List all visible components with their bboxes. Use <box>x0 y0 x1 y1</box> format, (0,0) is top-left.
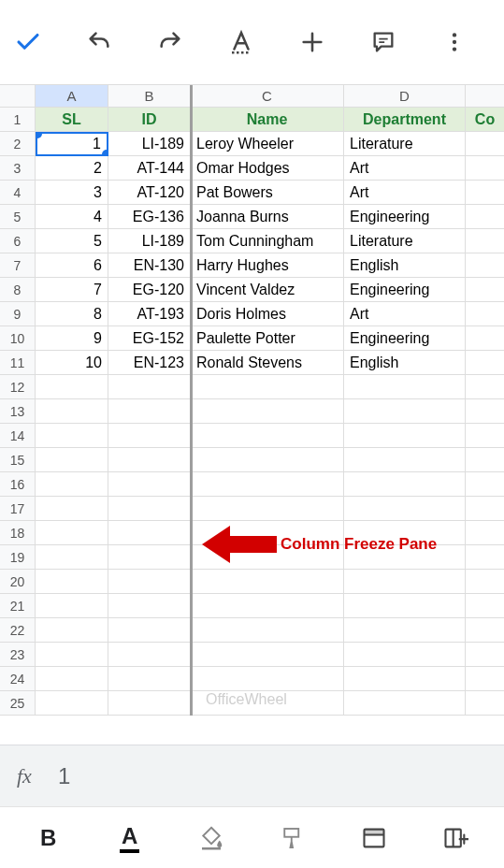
confirm-button[interactable] <box>11 25 45 59</box>
cell-name-3[interactable]: Omar Hodges <box>191 156 344 181</box>
empty-cell[interactable] <box>36 691 108 716</box>
cell-format-button[interactable] <box>272 817 313 859</box>
empty-cell[interactable] <box>36 643 108 667</box>
row-header-20[interactable]: 20 <box>0 570 36 594</box>
text-format-button[interactable] <box>224 25 258 59</box>
row-header-11[interactable]: 11 <box>0 351 36 375</box>
empty-cell[interactable] <box>344 618 466 643</box>
row-header-2[interactable]: 2 <box>0 132 36 156</box>
empty-cell[interactable] <box>191 643 344 667</box>
row-header-6[interactable]: 6 <box>0 229 36 253</box>
cell-sl-4[interactable]: 3 <box>36 181 108 205</box>
empty-cell[interactable] <box>191 618 344 643</box>
header-id[interactable]: ID <box>108 108 191 132</box>
empty-cell[interactable] <box>36 618 108 643</box>
freeze-button[interactable] <box>353 817 395 859</box>
empty-cell[interactable] <box>344 472 466 497</box>
header-department[interactable]: Department <box>344 108 466 132</box>
empty-cell[interactable] <box>466 643 504 667</box>
cell-id-4[interactable]: AT-120 <box>108 181 191 205</box>
cell-sl-2[interactable]: 1 <box>36 132 108 156</box>
empty-cell[interactable] <box>108 643 191 667</box>
cell-department-7[interactable]: English <box>344 253 466 278</box>
cell-department-4[interactable]: Art <box>344 181 466 205</box>
cell-id-2[interactable]: LI-189 <box>108 132 191 156</box>
fill-color-button[interactable] <box>191 817 232 859</box>
cell-partial-6[interactable] <box>466 229 504 253</box>
empty-cell[interactable] <box>466 594 504 618</box>
insert-column-button[interactable] <box>435 817 476 859</box>
cell-sl-10[interactable]: 9 <box>36 326 108 351</box>
empty-cell[interactable] <box>191 472 344 497</box>
cell-id-6[interactable]: LI-189 <box>108 229 191 253</box>
empty-cell[interactable] <box>344 448 466 472</box>
column-header-C[interactable]: C <box>191 85 344 108</box>
row-header-21[interactable]: 21 <box>0 594 36 618</box>
cell-department-6[interactable]: Literature <box>344 229 466 253</box>
empty-cell[interactable] <box>344 594 466 618</box>
cell-name-9[interactable]: Doris Holmes <box>191 302 344 326</box>
empty-cell[interactable] <box>108 472 191 497</box>
header-sl[interactable]: SL <box>36 108 108 132</box>
column-header-B[interactable]: B <box>108 85 191 108</box>
cell-department-3[interactable]: Art <box>344 156 466 181</box>
empty-cell[interactable] <box>344 570 466 594</box>
empty-cell[interactable] <box>466 667 504 691</box>
empty-cell[interactable] <box>36 594 108 618</box>
empty-cell[interactable] <box>344 375 466 399</box>
cell-sl-6[interactable]: 5 <box>36 229 108 253</box>
cell-id-11[interactable]: EN-123 <box>108 351 191 375</box>
cell-partial-2[interactable] <box>466 132 504 156</box>
row-header-7[interactable]: 7 <box>0 253 36 278</box>
empty-cell[interactable] <box>108 399 191 424</box>
row-header-10[interactable]: 10 <box>0 326 36 351</box>
empty-cell[interactable] <box>108 521 191 545</box>
insert-button[interactable] <box>295 25 329 59</box>
empty-cell[interactable] <box>36 545 108 570</box>
undo-button[interactable] <box>82 25 116 59</box>
empty-cell[interactable] <box>191 448 344 472</box>
row-header-12[interactable]: 12 <box>0 375 36 399</box>
row-header-14[interactable]: 14 <box>0 424 36 448</box>
empty-cell[interactable] <box>108 570 191 594</box>
row-header-23[interactable]: 23 <box>0 643 36 667</box>
cell-name-6[interactable]: Tom Cunningham <box>191 229 344 253</box>
cell-id-7[interactable]: EN-130 <box>108 253 191 278</box>
text-color-button[interactable]: A <box>109 817 151 859</box>
empty-cell[interactable] <box>108 448 191 472</box>
empty-cell[interactable] <box>36 521 108 545</box>
empty-cell[interactable] <box>36 399 108 424</box>
empty-cell[interactable] <box>191 497 344 521</box>
empty-cell[interactable] <box>36 424 108 448</box>
cell-department-5[interactable]: Engineering <box>344 205 466 229</box>
cell-sl-8[interactable]: 7 <box>36 278 108 302</box>
empty-cell[interactable] <box>191 570 344 594</box>
empty-cell[interactable] <box>108 594 191 618</box>
fx-value[interactable]: 1 <box>58 763 487 789</box>
row-header-18[interactable]: 18 <box>0 521 36 545</box>
cell-sl-11[interactable]: 10 <box>36 351 108 375</box>
empty-cell[interactable] <box>466 497 504 521</box>
comment-button[interactable] <box>367 25 400 59</box>
empty-cell[interactable] <box>344 497 466 521</box>
cell-department-9[interactable]: Art <box>344 302 466 326</box>
cell-partial-9[interactable] <box>466 302 504 326</box>
cell-name-2[interactable]: Leroy Wheeler <box>191 132 344 156</box>
header-partial[interactable]: Co <box>466 108 504 132</box>
empty-cell[interactable] <box>466 618 504 643</box>
cell-sl-5[interactable]: 4 <box>36 205 108 229</box>
bold-button[interactable]: B <box>28 817 69 859</box>
cell-department-8[interactable]: Engineering <box>344 278 466 302</box>
empty-cell[interactable] <box>466 424 504 448</box>
cell-id-10[interactable]: EG-152 <box>108 326 191 351</box>
cell-id-9[interactable]: AT-193 <box>108 302 191 326</box>
cell-partial-11[interactable] <box>466 351 504 375</box>
cell-sl-9[interactable]: 8 <box>36 302 108 326</box>
row-header-5[interactable]: 5 <box>0 205 36 229</box>
row-header-19[interactable]: 19 <box>0 545 36 570</box>
empty-cell[interactable] <box>191 399 344 424</box>
row-header-24[interactable]: 24 <box>0 667 36 691</box>
empty-cell[interactable] <box>466 375 504 399</box>
empty-cell[interactable] <box>36 448 108 472</box>
empty-cell[interactable] <box>466 448 504 472</box>
